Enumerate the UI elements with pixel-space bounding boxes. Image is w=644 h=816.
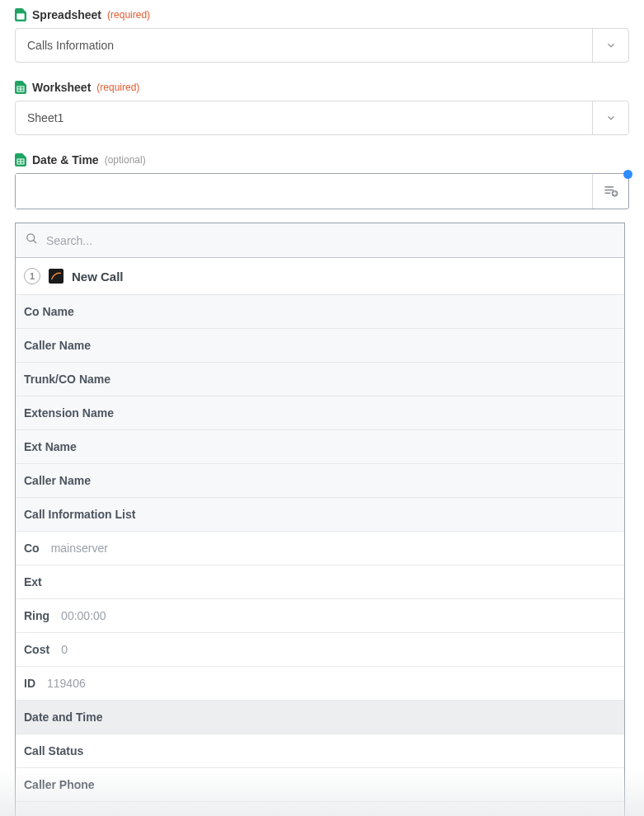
source-label: New Call [72,270,124,284]
datetime-input[interactable] [16,174,592,209]
list-item[interactable]: Extension Name [16,396,624,430]
list-item[interactable]: Ext [16,565,624,599]
datetime-label: Date & Time [32,153,99,166]
list-item[interactable]: Caller Phone [16,768,624,802]
worksheet-select[interactable]: Sheet1 [15,101,629,135]
worksheet-label: Worksheet [32,81,91,94]
list-item-label: Caller Name [24,339,91,352]
datetime-optional-tag: (optional) [105,154,146,166]
list-item[interactable]: Caller Name [16,464,624,498]
list-item[interactable]: Cost0 [16,633,624,667]
svg-rect-14 [613,193,617,195]
list-item[interactable]: Co Name [16,295,624,329]
list-item[interactable]: Ring00:00:00 [16,599,624,633]
source-step-badge: 1 [24,268,40,284]
list-item-label: Ext [24,575,42,589]
list-item[interactable]: Call Status [16,734,624,768]
list-item-label: Co Name [24,305,74,318]
list-item[interactable]: Date and Time [16,701,624,734]
list-item[interactable]: Call Information List [16,498,624,532]
spreadsheet-field: Spreadsheet (required) Calls Information [15,8,629,63]
list-item-label: Ring [24,609,49,622]
svg-rect-11 [604,193,610,195]
insert-data-button[interactable] [592,174,628,209]
field-picker-dropdown: 1 New Call Co NameCaller NameTrunk/CO Na… [15,223,625,816]
list-item[interactable]: Trunk/CO Name [16,363,624,396]
list-item[interactable]: Comainserver [16,532,624,565]
svg-rect-9 [604,186,613,188]
worksheet-required-tag: (required) [96,82,139,93]
sheets-icon [15,153,26,166]
source-row[interactable]: 1 New Call [16,258,624,295]
list-item[interactable]: ID119406 [16,667,624,701]
list-item-label: Date and Time [24,710,102,724]
notification-dot-icon [623,170,632,179]
spreadsheet-label: Spreadsheet [32,8,101,21]
svg-rect-10 [604,190,613,191]
list-item-label: Extension Name [24,406,114,420]
dropdown-scroll-area[interactable]: 1 New Call Co NameCaller NameTrunk/CO Na… [16,258,624,816]
sheets-icon [15,8,26,21]
search-icon [26,232,38,248]
worksheet-value: Sheet1 [16,101,592,134]
list-item-label: Call Information List [24,508,135,521]
list-item[interactable]: Ext Name [16,430,624,464]
spreadsheet-value: Calls Information [16,29,592,62]
search-input[interactable] [46,234,614,247]
list-item-label: Cost [24,643,49,656]
datetime-input-row [15,173,629,209]
list-item-label: ID [24,677,35,690]
list-item-value: 00:00:00 [61,609,106,622]
spreadsheet-caret[interactable] [592,29,628,62]
list-item-label: Caller Phone [24,778,95,791]
list-item-value: 0 [61,643,68,656]
list-item-label: Caller Name [24,474,91,487]
datetime-field: Date & Time (optional) [15,153,629,209]
spreadsheet-required-tag: (required) [107,9,150,21]
worksheet-caret[interactable] [592,101,628,134]
worksheet-field: Worksheet (required) Sheet1 [15,81,629,135]
list-item[interactable]: Caller Name [16,329,624,363]
dropdown-search-row [16,223,624,258]
spreadsheet-select[interactable]: Calls Information [15,28,629,63]
app-icon [49,269,63,284]
sheets-icon [15,81,26,94]
list-item-label: Call Status [24,744,83,757]
list-item-label: Co [24,542,40,555]
list-item-value: mainserver [51,542,108,555]
list-item-label: Ext Name [24,440,77,453]
list-item-label: Trunk/CO Name [24,373,110,386]
list-item-value: 119406 [47,677,86,690]
